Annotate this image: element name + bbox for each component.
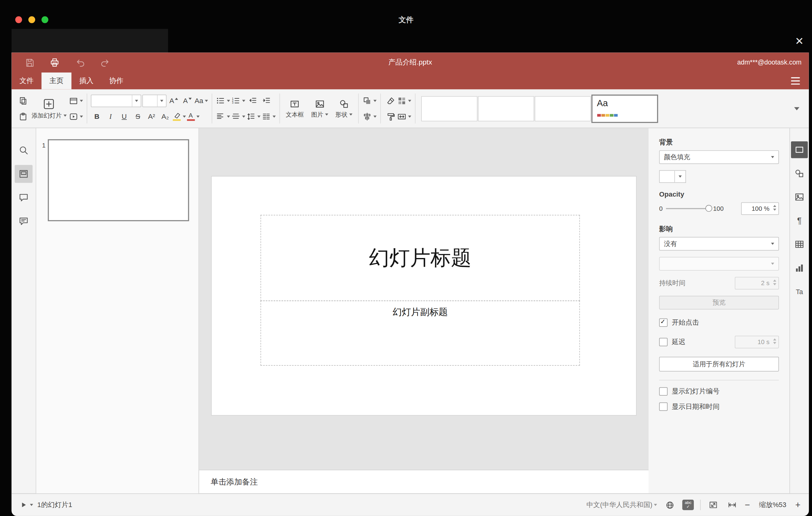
- comments-icon[interactable]: [15, 189, 33, 206]
- underline-button[interactable]: U: [118, 110, 130, 123]
- line-spacing-button[interactable]: [246, 110, 260, 123]
- apply-to-all-button[interactable]: 适用于所有幻灯片: [659, 357, 779, 372]
- image-settings-icon[interactable]: [791, 189, 808, 205]
- document-title: 产品介绍.pptx: [11, 58, 809, 67]
- search-icon[interactable]: [15, 141, 33, 159]
- fit-slide-button[interactable]: [707, 499, 720, 511]
- start-on-click-checkbox[interactable]: [659, 318, 668, 327]
- opacity-slider-knob[interactable]: [705, 205, 712, 212]
- redo-button[interactable]: [98, 56, 113, 69]
- app-window: 文件 ✕ 产品介绍.pptx adm***@dootask.com: [0, 0, 812, 516]
- slide-size-button[interactable]: [397, 110, 411, 123]
- shape-settings-icon[interactable]: [791, 165, 808, 182]
- slide[interactable]: 幻灯片标题 幻灯片副标题: [212, 176, 636, 415]
- preview-button[interactable]: 预览: [659, 296, 779, 309]
- show-slide-number-checkbox[interactable]: [659, 387, 668, 396]
- strikethrough-button[interactable]: S: [132, 110, 144, 123]
- fill-type-select[interactable]: 颜色填充: [659, 150, 779, 164]
- font-name-combo[interactable]: [91, 94, 141, 107]
- textart-settings-icon[interactable]: Ta: [791, 283, 808, 300]
- superscript-button[interactable]: A²: [145, 110, 158, 123]
- font-color-button[interactable]: A: [187, 110, 199, 123]
- numbered-list-button[interactable]: 123: [231, 94, 245, 107]
- menu-icon[interactable]: [791, 76, 802, 86]
- close-icon[interactable]: ✕: [791, 33, 808, 49]
- insert-shape-button[interactable]: 形状: [333, 98, 354, 118]
- show-date-time-checkbox[interactable]: [659, 402, 668, 411]
- copy-style-button[interactable]: [384, 110, 397, 123]
- insert-textbox-button[interactable]: 文本框: [284, 98, 306, 118]
- slides-panel-icon[interactable]: [15, 165, 33, 183]
- title-placeholder[interactable]: 幻灯片标题: [260, 215, 580, 301]
- theme-option-2[interactable]: [477, 96, 534, 121]
- bullet-list-button[interactable]: [216, 94, 230, 107]
- slide-layout-button[interactable]: [68, 94, 83, 107]
- start-slideshow-button[interactable]: [68, 110, 83, 123]
- columns-button[interactable]: [262, 110, 276, 123]
- font-size-combo[interactable]: [142, 94, 166, 107]
- vertical-align-button[interactable]: [231, 110, 245, 123]
- effect-variant-select[interactable]: [659, 257, 779, 271]
- slide-settings-panel: 背景 颜色填充 Opacity 0 100 100 % 影响 没有: [649, 128, 789, 493]
- undo-button[interactable]: [72, 56, 87, 69]
- delay-checkbox[interactable]: [659, 338, 668, 346]
- spellcheck-icon[interactable]: abc✓: [683, 500, 694, 510]
- user-email: adm***@dootask.com: [737, 59, 801, 66]
- chart-settings-icon[interactable]: [791, 260, 808, 276]
- chat-icon[interactable]: [15, 212, 33, 230]
- horizontal-align-button[interactable]: [216, 110, 230, 123]
- insert-image-button[interactable]: 图片: [309, 98, 330, 118]
- theme-option-1[interactable]: [421, 96, 477, 121]
- tab-insert[interactable]: 插入: [71, 73, 102, 89]
- zoom-out-button[interactable]: −: [745, 500, 750, 510]
- background-label: 背景: [659, 138, 779, 147]
- opacity-slider[interactable]: [666, 208, 710, 209]
- numbered-list-icon: 123: [231, 96, 241, 106]
- bold-button[interactable]: B: [91, 110, 103, 123]
- subtitle-placeholder[interactable]: 幻灯片副标题: [260, 300, 580, 366]
- print-button[interactable]: [47, 56, 62, 69]
- tab-collaboration[interactable]: 协作: [102, 73, 132, 89]
- fill-color-picker[interactable]: [659, 170, 686, 183]
- color-scheme-button[interactable]: [397, 94, 411, 107]
- opacity-spinner[interactable]: 100 %: [741, 202, 779, 215]
- slide-thumbnail[interactable]: [48, 139, 189, 221]
- slide-settings-icon[interactable]: [791, 141, 808, 158]
- canvas-area[interactable]: 幻灯片标题 幻灯片副标题: [199, 128, 648, 470]
- duration-spinner[interactable]: 2 s: [735, 277, 779, 289]
- zoom-level: 缩放%53: [756, 500, 789, 510]
- zoom-in-button[interactable]: +: [795, 500, 801, 510]
- arrange-icon: [362, 96, 372, 106]
- font-group: A A Aa B I U S A² A₂ A: [91, 94, 208, 123]
- add-slide-button[interactable]: 添加幻灯片: [29, 97, 68, 120]
- tab-home[interactable]: 主页: [41, 73, 71, 89]
- document-language-button[interactable]: [663, 499, 676, 511]
- table-settings-icon[interactable]: [791, 236, 808, 253]
- arrange-shape-button[interactable]: [362, 94, 376, 107]
- start-slideshow-statusbar-button[interactable]: [20, 499, 33, 511]
- clear-style-button[interactable]: [384, 94, 397, 107]
- tab-file[interactable]: 文件: [11, 73, 41, 89]
- subscript-button[interactable]: A₂: [159, 110, 172, 123]
- fit-width-button[interactable]: [726, 499, 738, 511]
- notes-area[interactable]: 单击添加备注: [199, 470, 648, 493]
- effect-select[interactable]: 没有: [659, 237, 779, 251]
- language-selector[interactable]: 中文(中华人民共和国): [586, 500, 657, 510]
- copy-icon[interactable]: [17, 94, 29, 107]
- align-shape-button[interactable]: [362, 110, 376, 123]
- change-case-button[interactable]: Aa: [195, 94, 208, 107]
- decrease-font-button[interactable]: A: [181, 94, 194, 107]
- highlight-icon: [172, 112, 181, 118]
- paragraph-settings-icon[interactable]: ¶: [791, 212, 808, 229]
- decrease-indent-button[interactable]: [246, 94, 259, 107]
- theme-option-3[interactable]: [534, 96, 590, 121]
- italic-button[interactable]: I: [104, 110, 117, 123]
- increase-indent-button[interactable]: [260, 94, 273, 107]
- increase-font-button[interactable]: A: [167, 94, 180, 107]
- save-button[interactable]: [22, 56, 37, 69]
- highlight-color-button[interactable]: [172, 110, 186, 123]
- theme-gallery-expand-button[interactable]: [790, 96, 804, 120]
- theme-option-selected[interactable]: Aa: [591, 94, 658, 123]
- paste-icon[interactable]: [17, 110, 29, 123]
- delay-spinner[interactable]: 10 s: [735, 336, 779, 348]
